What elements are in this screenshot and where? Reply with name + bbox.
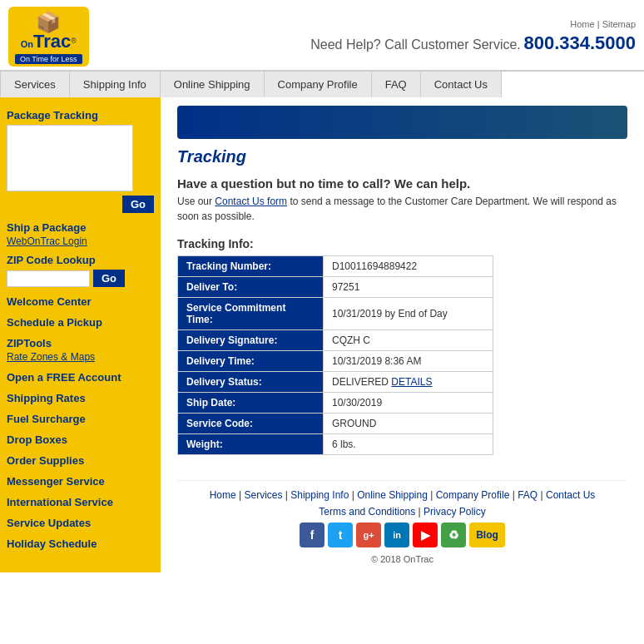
sidebar: Package Tracking Go Ship a Package WebOn… [0, 97, 161, 572]
table-label: Ship Date: [178, 393, 324, 414]
sidebar-item-messenger[interactable]: Messenger Service [0, 467, 161, 488]
home-link[interactable]: Home [570, 19, 594, 29]
footer-faq[interactable]: FAQ [518, 489, 537, 501]
table-value: GROUND [324, 414, 493, 434]
sidebar-item-order-supplies[interactable]: Order Supplies [0, 446, 161, 467]
zip-row: Go [0, 266, 161, 287]
tracking-go-button[interactable]: Go [122, 196, 154, 213]
phone-number: 800.334.5000 [523, 32, 636, 53]
footer-company-profile[interactable]: Company Profile [436, 489, 510, 501]
nav-faq[interactable]: FAQ [372, 72, 421, 97]
copyright: © 2018 OnTrac [177, 554, 627, 564]
table-value: 10/30/2019 [324, 393, 493, 414]
sidebar-item-international[interactable]: International Service [0, 488, 161, 508]
footer-services[interactable]: Services [244, 489, 282, 501]
sidebar-item-drop-boxes[interactable]: Drop Boxes [0, 425, 161, 446]
nav-company-profile[interactable]: Company Profile [265, 72, 372, 97]
zip-go-button[interactable]: Go [93, 270, 125, 287]
sidebar-item-webontrac[interactable]: WebOnTrac Login [0, 234, 161, 247]
sitemap-link[interactable]: Sitemap [602, 19, 636, 29]
table-label: Deliver To: [178, 277, 324, 298]
details-link[interactable]: DETAILS [391, 376, 432, 388]
table-row: Ship Date:10/30/2019 [178, 393, 493, 414]
tracking-go-row: Go [7, 196, 154, 213]
contact-us-form-link[interactable]: Contact Us form [215, 196, 287, 207]
table-row: Tracking Number:D10011694889422 [178, 256, 493, 277]
table-row: Weight:6 lbs. [178, 434, 493, 455]
nav-shipping-info[interactable]: Shipping Info [70, 72, 161, 97]
sidebar-item-rate-zones[interactable]: Rate Zones & Maps [0, 349, 161, 363]
table-row: Service Commitment Time:10/31/2019 by En… [178, 298, 493, 330]
youtube-icon[interactable]: ▶ [413, 523, 438, 547]
tracking-section: Package Tracking Go [0, 97, 161, 213]
footer-online-shipping[interactable]: Online Shipping [357, 489, 428, 501]
tracking-info-title: Tracking Info: [177, 237, 627, 250]
table-row: Service Code:GROUND [178, 414, 493, 434]
help-paragraph: Use our Contact Us form to send a messag… [177, 194, 627, 224]
sidebar-item-shipping-rates[interactable]: Shipping Rates [0, 384, 161, 404]
page-title: Tracking [177, 147, 627, 166]
tracking-input[interactable] [7, 125, 133, 191]
footer-terms[interactable]: Terms and Conditions [319, 506, 415, 518]
table-value: CQZH C [324, 330, 493, 351]
table-label: Delivery Time: [178, 351, 324, 372]
googleplus-icon[interactable]: g+ [356, 523, 381, 547]
sidebar-item-fuel-surcharge[interactable]: Fuel Surcharge [0, 404, 161, 425]
sidebar-item-welcome[interactable]: Welcome Center [0, 287, 161, 308]
table-value: DELIVERED DETAILS [324, 372, 493, 393]
sidebar-item-service-updates[interactable]: Service Updates [0, 508, 161, 529]
nav-online-shipping[interactable]: Online Shipping [161, 72, 265, 97]
linkedin-icon[interactable]: in [384, 523, 409, 547]
table-label: Service Code: [178, 414, 324, 434]
header-right: Home | Sitemap Need Help? Call Customer … [310, 19, 636, 54]
logo-tagline: On Time for Less [15, 54, 82, 64]
footer-shipping-info[interactable]: Shipping Info [290, 489, 349, 501]
sidebar-item-ziptools[interactable]: ZIPTools [0, 329, 161, 349]
main-banner [177, 106, 627, 139]
nav-contact-us[interactable]: Contact Us [421, 72, 502, 97]
sidebar-item-schedule-pickup[interactable]: Schedule a Pickup [0, 308, 161, 329]
main-content: Tracking Have a question but no time to … [161, 97, 644, 572]
table-label: Tracking Number: [178, 256, 324, 277]
help-box: Have a question but no time to call? We … [177, 176, 627, 224]
tracking-table: Tracking Number:D10011694889422Deliver T… [177, 255, 493, 455]
nav-services[interactable]: Services [0, 72, 70, 97]
table-value: 6 lbs. [324, 434, 493, 455]
help-text: Need Help? Call Customer Service. [310, 37, 521, 52]
social-icons: f t g+ in ▶ ♻ Blog [177, 523, 627, 547]
footer-home[interactable]: Home [210, 489, 236, 501]
top-links: Home | Sitemap [310, 19, 636, 29]
recycle-icon[interactable]: ♻ [441, 523, 466, 547]
table-value: 10/31/2019 8:36 AM [324, 351, 493, 372]
logo: 📦 OnTrac® On Time for Less [8, 7, 89, 67]
logo-square: 📦 OnTrac® On Time for Less [8, 7, 89, 67]
main-nav: Services Shipping Info Online Shipping C… [0, 70, 644, 97]
footer-links2: Terms and Conditions | Privacy Policy [177, 506, 627, 518]
table-label: Delivery Signature: [178, 330, 324, 351]
table-row: Delivery Signature:CQZH C [178, 330, 493, 351]
facebook-icon[interactable]: f [300, 523, 324, 547]
zip-lookup-label: ZIP Code Lookup [0, 247, 161, 266]
help-heading: Have a question but no time to call? We … [177, 176, 627, 191]
sidebar-item-open-account[interactable]: Open a FREE Account [0, 363, 161, 384]
footer: Home | Services | Shipping Info | Online… [177, 480, 627, 564]
twitter-icon[interactable]: t [328, 523, 353, 547]
table-row: Delivery Time:10/31/2019 8:36 AM [178, 351, 493, 372]
footer-contact-us[interactable]: Contact Us [546, 489, 595, 501]
table-label: Service Commitment Time: [178, 298, 324, 330]
layout: Package Tracking Go Ship a Package WebOn… [0, 97, 644, 572]
package-tracking-label: Package Tracking [7, 104, 154, 125]
blog-icon[interactable]: Blog [469, 523, 505, 547]
table-row: Delivery Status:DELIVERED DETAILS [178, 372, 493, 393]
header: 📦 OnTrac® On Time for Less Home | Sitema… [0, 0, 644, 67]
sidebar-item-ship-package[interactable]: Ship a Package [0, 213, 161, 234]
help-text-prefix: Use our [177, 196, 215, 207]
footer-links: Home | Services | Shipping Info | Online… [177, 489, 627, 501]
header-help: Need Help? Call Customer Service. 800.33… [310, 32, 636, 54]
sidebar-item-holiday[interactable]: Holiday Schedule [0, 529, 161, 550]
table-value: 10/31/2019 by End of Day [324, 298, 493, 330]
table-value: D10011694889422 [324, 256, 493, 277]
table-value: 97251 [324, 277, 493, 298]
zip-input[interactable] [7, 270, 90, 287]
footer-privacy[interactable]: Privacy Policy [424, 506, 486, 518]
